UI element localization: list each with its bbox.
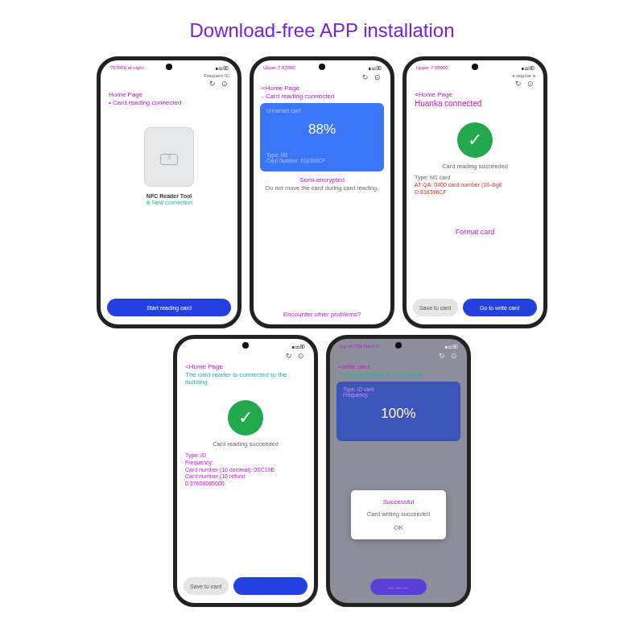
row-1: 757006 at night. ∎ ⚌ 86‎ Frequent ID ↻ ⊙… [0,56,644,328]
tool-name: NFC Reader Tool [107,193,231,199]
camera-notch [395,342,402,349]
status-right: ∎ ⚌ 86‎ [521,65,534,71]
card-type: Type: ID card [343,386,454,392]
success-check-icon: ✓ [457,122,493,158]
go-to-write-button[interactable]: Go to write card [463,299,538,316]
footer: Save to card Go to write card [407,294,543,324]
progress-percent: 88% [266,122,378,138]
card-info: Type: M1 card AT QA: 0400 card number (1… [413,175,537,196]
card-number-line1: AT QA: 0400 card number (16-digit [415,182,535,189]
status-right: ∎ ⚌ 86‎ [291,344,304,349]
phone-1: 757006 at night. ∎ ⚌ 86‎ Frequent ID ↻ ⊙… [97,56,242,328]
ok-button[interactable]: OK [356,524,441,531]
card-title: Unnamed card [266,108,378,114]
status-left: 757006 at night. [110,65,145,70]
progress-percent: 100% [343,406,454,422]
refresh-more-icon[interactable]: ↻ ⊙ [362,73,382,81]
card-number-line2: D:818396CF [415,189,535,196]
content: Huanka connected ✓ Card reading succeede… [407,99,543,294]
content: The card reader is connected to the buil… [177,371,314,572]
save-to-card-button[interactable]: Save to card [184,577,229,595]
status-right: ∎ ⚌ 86‎ [215,65,228,71]
camera-notch [242,342,249,349]
home-page-link[interactable]: <Home Page [407,89,543,99]
start-reading-button[interactable]: Start reading card [107,299,231,316]
card-type: Type: M1 [266,152,378,158]
progress-card: Unnamed card 88% Type: M1 Card Number: 8… [260,103,384,171]
card-type: Type: M1 card [415,175,535,182]
phone-3: Upper 7.58000 ∎ ⚌ 86‎ a regular a ↻ ⊙ <H… [402,56,547,328]
header-icons[interactable]: ↻ ⊙ [177,352,314,361]
header-icons[interactable]: ↻ ⊙ [101,80,237,89]
hdr-right: Frequent ID [204,73,229,78]
success-popup: Successful Card writing succeeded OK [351,490,446,539]
header: a regular a [407,73,543,80]
header-icons[interactable]: ↻ ⊙ [254,73,390,83]
connection-status: The card reader is connected [336,371,460,378]
card-info: Type: ID Frequency: Card number (16 deci… [184,452,308,488]
nfc-reader-icon [144,127,194,187]
home-page-link[interactable]: <Home Page [177,361,314,371]
connection-status: - Card reading connected [260,93,384,100]
content: The card reader is connected Type: ID ca… [330,371,467,603]
primary-button[interactable] [233,577,308,595]
header-icons[interactable]: ↻ ⊙ [330,352,467,361]
camera-notch [319,64,325,70]
popup-title: Successful [356,498,441,506]
phone-4: ∎ ⚌ 86‎ ↻ ⊙ <Home Page The card reader i… [173,335,318,607]
problems-link[interactable]: Encounter other problems? [254,311,390,318]
status-left: Upper 7.57000 [263,65,295,70]
encryption-status: Semi-encrypted [260,176,384,184]
connection-status: The card reader is connected to the buil… [184,371,308,386]
phone-2: Upper 7.57000 ∎ ⚌ 86‎ ↻ ⊙ <Home Page - C… [250,56,394,328]
connection-status: • Card reading connected [107,99,231,106]
footer: Start reading card [101,294,237,324]
home-page-link[interactable]: Home Page [101,89,237,99]
header: Frequent ID [101,73,237,80]
success-check-icon: ✓ [228,400,263,436]
progress-card: Type: ID card Frequency: 100% [336,382,460,441]
phone-5: ing on T39 Neck 0 ∎ ⚌ 86‎ ↻ ⊙ <write car… [326,335,471,607]
warning-message: Do not move the card during card reading… [260,184,384,192]
camera-notch [472,64,478,70]
row-2: ∎ ⚌ 86‎ ↻ ⊙ <Home Page The card reader i… [0,335,644,607]
camera-notch [166,64,172,70]
popup-message: Card writing succeeded [356,510,441,518]
hdr-right: a regular a [512,73,535,78]
refresh-more-icon[interactable]: ↻ ⊙ [286,352,306,360]
refresh-more-icon[interactable]: ↻ ⊙ [515,80,535,88]
write-card-link[interactable]: <write card [330,361,467,371]
status-right: ∎ ⚌ 86‎ [368,65,381,71]
status-left: Upper 7.58000 [416,65,448,70]
page-title: Download-free APP installation [0,19,644,42]
refresh-more-icon[interactable]: ↻ ⊙ [439,352,459,360]
connection-status: Huanka connected [413,99,537,108]
footer: Save to card [177,572,314,603]
header-icons[interactable]: ↻ ⊙ [407,80,543,89]
success-text: Card reading succeeded [413,163,537,170]
status-right: ∎ ⚌ 86‎ [444,344,457,349]
success-text: Card reading succeeded [184,440,308,448]
status-left: ing on T39 Neck 0 [340,344,379,349]
card-number: Card Number: 818396CF [266,158,378,163]
home-page-link[interactable]: <Home Page [254,83,390,93]
refresh-more-icon[interactable]: ↻ ⊙ [209,80,229,88]
content: • Card reading connected NFC Reader Tool… [101,99,237,294]
content: - Card reading connected Unnamed card 88… [254,93,390,306]
save-to-card-button[interactable]: Save to card [413,299,458,316]
new-connection-link[interactable]: ⊕ New connection [107,200,231,206]
overlay-button[interactable]: — — — [370,579,427,595]
card-freq: Frequency: [343,392,454,398]
format-card-link[interactable]: Format card [413,228,537,236]
